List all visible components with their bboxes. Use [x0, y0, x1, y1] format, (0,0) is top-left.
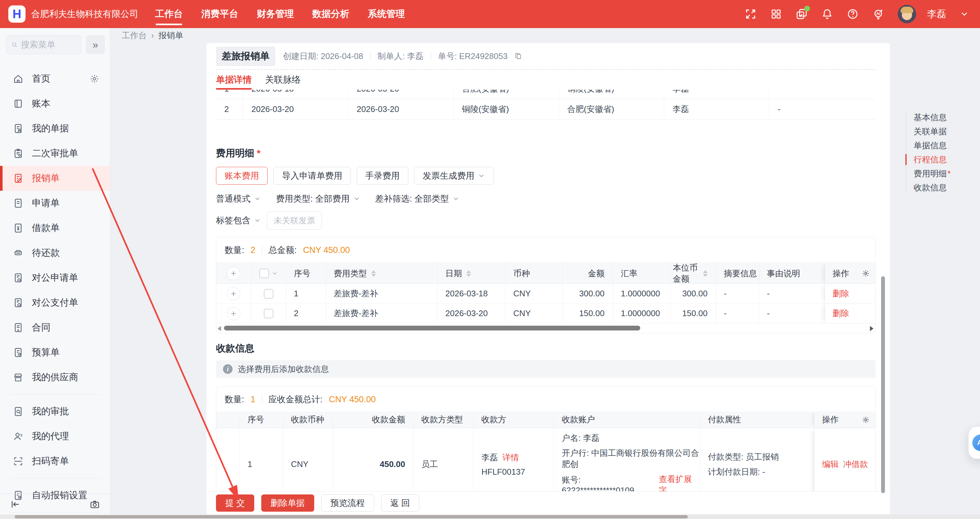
mode-filter[interactable]: 普通模式 [216, 193, 261, 204]
sidebar: » 首页 账本 我的单据 二次审批单 报销单 申请单 借款单 [0, 28, 110, 514]
top-nav-analytics[interactable]: 数据分析 [312, 0, 349, 28]
tab-label: 单据详情 [216, 74, 252, 86]
fullscreen-icon[interactable] [745, 8, 757, 20]
expense-date: 2026-03-20 [438, 304, 506, 323]
delete-expense-link[interactable]: 删除 [833, 288, 849, 299]
expense-type-filter[interactable]: 费用类型: 全部费用 [276, 193, 361, 204]
tab-document-details[interactable]: 单据详情 [216, 70, 252, 90]
scrollbar-thumb[interactable] [15, 515, 688, 518]
sidebar-item-second-approval[interactable]: 二次审批单 [0, 141, 110, 166]
sidebar-item-expense-report[interactable]: 报销单 [0, 166, 110, 191]
top-nav-consume[interactable]: 消费平台 [201, 0, 238, 28]
row-checkbox[interactable] [264, 309, 274, 318]
scroll-left-arrow-icon[interactable] [218, 326, 221, 331]
breadcrumb: 工作台 › 报销单 [110, 28, 980, 43]
delete-document-button[interactable]: 删除单据 [261, 494, 314, 512]
unlinked-invoice-tag[interactable]: 未关联发票 [267, 212, 322, 230]
ai-assistant-float-button[interactable]: Ai [969, 427, 980, 459]
notifications-bell-icon[interactable] [821, 8, 833, 20]
sidebar-search[interactable] [6, 35, 81, 54]
trip-table[interactable]: 1 2026-03-18 2026-03-20 合肥(安徽省) 铜陵(安徽省) … [216, 90, 876, 119]
todo-icon[interactable] [795, 8, 808, 20]
preview-flow-button[interactable]: 预览流程 [321, 494, 374, 512]
manual-expense-button[interactable]: 手录费用 [356, 167, 408, 185]
expense-horizontal-scrollbar[interactable] [216, 323, 875, 333]
expense-row[interactable]: + 2 差旅费-差补 2026-03-20 CNY 150.00 1.00000… [216, 304, 875, 323]
company-name: 合肥利夫生物科技有限公司 [31, 8, 138, 20]
select-all-checkbox[interactable] [259, 269, 269, 278]
column-settings-gear-icon[interactable] [862, 416, 870, 423]
sidebar-item-repayment[interactable]: 待还款 [0, 240, 110, 266]
app-logo[interactable]: H [8, 5, 25, 23]
anchor-document-info[interactable]: 单据信息 [905, 139, 951, 153]
sidebar-item-scan-mail[interactable]: 扫码寄单 [0, 449, 110, 474]
anchor-trip-info[interactable]: 行程信息 [905, 153, 951, 167]
back-button[interactable]: 返 回 [381, 494, 420, 512]
sidebar-item-my-delegates[interactable]: 我的代理 [0, 424, 110, 449]
home-settings-gear-icon[interactable] [90, 74, 99, 84]
expense-row[interactable]: + 1 差旅费-差补 2026-03-18 CNY 300.00 1.00000… [216, 284, 875, 304]
card-vertical-scrollbar[interactable] [881, 276, 885, 493]
sidebar-item-corporate-payment[interactable]: 对公支付单 [0, 290, 110, 315]
breadcrumb-workbench[interactable]: 工作台 [122, 30, 147, 41]
sidebar-item-my-approvals[interactable]: 我的审批 [0, 399, 110, 424]
copy-icon[interactable] [515, 52, 522, 60]
top-nav-workbench[interactable]: 工作台 [155, 0, 183, 28]
anchor-expense-detail[interactable]: 费用明细* [905, 167, 951, 181]
sidebar-item-home[interactable]: 首页 [0, 66, 110, 91]
import-application-expense-button[interactable]: 导入申请单费用 [274, 167, 351, 185]
sidebar-item-application[interactable]: 申请单 [0, 191, 110, 216]
offset-loan-link[interactable]: 冲借款 [843, 459, 868, 470]
trip-row[interactable]: 1 2026-03-18 2026-03-20 合肥(安徽省) 铜陵(安徽省) … [216, 90, 876, 99]
sidebar-item-budget[interactable]: 预算单 [0, 340, 110, 365]
invoice-generate-expense-button[interactable]: 发票生成费用 [414, 167, 494, 185]
apps-grid-icon[interactable] [770, 8, 782, 20]
user-name[interactable]: 李磊 [927, 8, 946, 21]
ledger-expense-button[interactable]: 账本费用 [216, 167, 268, 185]
payee-detail-link[interactable]: 详情 [503, 452, 519, 463]
sidebar-item-suppliers[interactable]: 我的供应商 [0, 365, 110, 390]
help-icon[interactable] [846, 8, 859, 20]
summary-divider [262, 246, 262, 254]
sort-icon[interactable] [703, 270, 708, 277]
trip-row[interactable]: 2 2026-03-20 2026-03-20 铜陵(安徽省) 合肥(安徽省) … [216, 99, 876, 119]
user-menu-chevron-down-icon[interactable] [959, 9, 969, 19]
sidebar-item-contract[interactable]: 合同 [0, 315, 110, 340]
expand-row-button[interactable]: + [227, 287, 240, 301]
anchor-payee-info[interactable]: 收款信息 [905, 181, 951, 194]
expand-row-button[interactable]: + [227, 307, 240, 320]
sidebar-item-loan[interactable]: 借款单 [0, 216, 110, 240]
chevron-down-icon[interactable] [272, 270, 278, 277]
expand-all-button[interactable]: + [227, 267, 240, 280]
sort-icon[interactable] [466, 270, 471, 277]
top-nav-finance[interactable]: 财务管理 [257, 0, 294, 28]
tab-relation-graph[interactable]: 关联脉络 [265, 70, 301, 90]
ai-assistant-icon[interactable] [872, 8, 884, 20]
sidebar-item-ledger[interactable]: 账本 [0, 91, 110, 116]
sidebar-item-corporate-application[interactable]: 对公申请单 [0, 266, 110, 290]
anchor-related-documents[interactable]: 关联单据 [905, 124, 951, 139]
sidebar-collapse-button[interactable]: » [86, 35, 105, 54]
column-settings-gear-icon[interactable] [862, 269, 870, 277]
tag-contains-filter[interactable]: 标签包含 [216, 215, 261, 226]
sidebar-item-my-documents[interactable]: 我的单据 [0, 116, 110, 141]
payee-row[interactable]: 1 CNY 450.00 员工 李磊详情 HFLF00137 户名: 李磊 开户… [216, 428, 875, 501]
search-input[interactable] [21, 40, 76, 50]
scrollbar-thumb[interactable] [224, 326, 640, 331]
delete-expense-link[interactable]: 删除 [833, 308, 849, 319]
scroll-right-arrow-icon[interactable] [870, 326, 873, 331]
top-nav-system[interactable]: 系统管理 [368, 0, 405, 28]
page-horizontal-scrollbar[interactable] [0, 514, 980, 519]
row-checkbox[interactable] [264, 289, 274, 299]
edit-payee-link[interactable]: 编辑 [822, 459, 839, 470]
collapse-sidebar-icon[interactable] [10, 499, 21, 509]
allowance-filter[interactable]: 差补筛选: 全部类型 [375, 193, 460, 204]
anchor-basic-info[interactable]: 基本信息 [905, 110, 951, 124]
user-avatar[interactable] [898, 5, 916, 23]
submit-button[interactable]: 提 交 [216, 494, 254, 512]
sort-icon[interactable] [371, 270, 376, 277]
top-nav-label: 数据分析 [312, 8, 349, 21]
screenshot-camera-icon[interactable] [90, 499, 100, 509]
expense-base-amount: 300.00 [670, 284, 716, 303]
main-content: 工作台 › 报销单 差旅报销单 创建日期: 2026-04-08 制单人: 李磊… [110, 28, 980, 519]
